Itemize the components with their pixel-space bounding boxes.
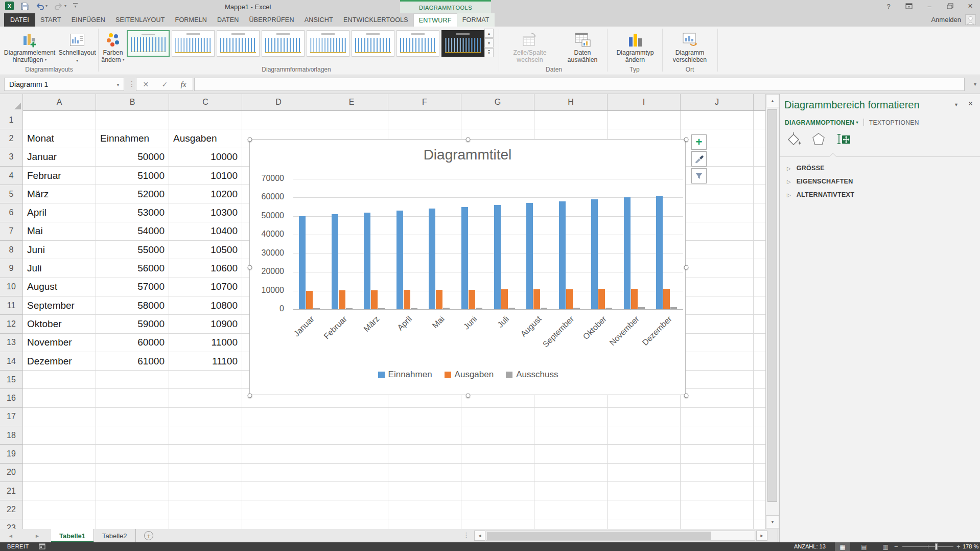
bar-ausgaben-juli[interactable] <box>501 289 508 309</box>
bar-ausschuss-februar[interactable] <box>346 308 353 309</box>
cell-a10[interactable]: August <box>23 278 96 296</box>
cell-g23[interactable] <box>461 519 534 529</box>
pane-options-caret-icon[interactable]: ▼ <box>954 102 959 107</box>
select-all-corner[interactable] <box>0 94 23 111</box>
cell-a4[interactable]: Februar <box>23 167 96 185</box>
cell-d23[interactable] <box>242 519 315 529</box>
zoom-slider[interactable] <box>902 546 953 547</box>
cell-h19[interactable] <box>534 445 608 463</box>
cell-i20[interactable] <box>608 464 681 482</box>
gallery-more-icon[interactable]: ▾ <box>484 48 494 57</box>
cell-j12[interactable] <box>681 315 754 333</box>
cell-a19[interactable] <box>23 445 96 463</box>
cell-b19[interactable] <box>96 445 169 463</box>
effects-icon[interactable] <box>811 132 826 148</box>
cell-i22[interactable] <box>608 500 681 519</box>
cell-g18[interactable] <box>461 426 534 445</box>
bar-ausschuss-september[interactable] <box>573 308 580 309</box>
cell-j21[interactable] <box>681 482 754 500</box>
panel-section-eigenschaften[interactable]: ▷EIGENSCHAFTEN <box>787 175 975 188</box>
sheet-tab-tabelle2[interactable]: Tabelle2 <box>94 529 135 542</box>
cell-j15[interactable] <box>681 371 754 389</box>
cell-e22[interactable] <box>315 500 388 519</box>
chart-style-thumb-5[interactable] <box>307 30 349 57</box>
row-header-11[interactable]: 11 <box>0 296 23 315</box>
column-header-e[interactable]: E <box>315 94 388 110</box>
column-header-b[interactable]: B <box>96 94 169 110</box>
cell-j22[interactable] <box>681 500 754 519</box>
selection-handle[interactable] <box>684 394 689 398</box>
cell-b1[interactable] <box>96 111 169 129</box>
tab-einfügen[interactable]: EINFÜGEN <box>66 13 110 27</box>
view-normal-button[interactable]: ▦ <box>835 542 850 551</box>
tab-entwurf[interactable]: ENTWURF <box>413 13 457 27</box>
cell-i19[interactable] <box>608 445 681 463</box>
cell-f21[interactable] <box>388 482 461 500</box>
row-header-16[interactable]: 16 <box>0 389 23 407</box>
cell-d1[interactable] <box>242 111 315 129</box>
legend-item-einnahmen[interactable]: Einnahmen <box>378 370 432 380</box>
selection-handle[interactable] <box>466 137 471 142</box>
panel-section-grösse[interactable]: ▷GRÖSSE <box>787 162 975 175</box>
switch-row-column-button[interactable]: Zeile/Spalte wechseln <box>502 29 558 72</box>
change-colors-button[interactable]: Farben ändern▾ <box>100 29 126 72</box>
cell-a13[interactable]: November <box>23 334 96 352</box>
row-header-23[interactable]: 23 <box>0 519 23 529</box>
cell-j1[interactable] <box>681 111 754 129</box>
cell-j23[interactable] <box>681 519 754 529</box>
cell-a20[interactable] <box>23 464 96 482</box>
bar-einnahmen-februar[interactable] <box>332 214 338 309</box>
cell-a23[interactable] <box>23 519 96 529</box>
cell-j8[interactable] <box>681 241 754 259</box>
row-header-10[interactable]: 10 <box>0 278 23 296</box>
column-header-g[interactable]: G <box>461 94 534 110</box>
selection-handle[interactable] <box>248 137 252 142</box>
cell-b2[interactable]: Einnahmen <box>96 129 169 148</box>
bar-ausschuss-november[interactable] <box>638 307 645 309</box>
cell-c7[interactable]: 10400 <box>169 222 242 241</box>
sign-in[interactable]: Anmelden <box>931 14 976 25</box>
bar-ausgaben-september[interactable] <box>566 289 573 309</box>
chart-object[interactable]: 010000200003000040000500006000070000Janu… <box>249 139 686 395</box>
row-header-14[interactable]: 14 <box>0 352 23 371</box>
row-header-12[interactable]: 12 <box>0 315 23 333</box>
selection-handle[interactable] <box>684 137 689 142</box>
cell-j19[interactable] <box>681 445 754 463</box>
cell-c17[interactable] <box>169 408 242 426</box>
bar-ausschuss-august[interactable] <box>541 308 547 309</box>
chart-title[interactable]: Diagrammtitel <box>250 147 685 163</box>
row-header-3[interactable]: 3 <box>0 148 23 167</box>
row-header-21[interactable]: 21 <box>0 482 23 500</box>
customize-qat-icon[interactable]: ▾ <box>73 3 78 9</box>
help-button[interactable]: ? <box>882 2 895 11</box>
cell-c3[interactable]: 10000 <box>169 148 242 167</box>
cell-j18[interactable] <box>681 426 754 445</box>
cell-a8[interactable]: Juni <box>23 241 96 259</box>
row-header-9[interactable]: 9 <box>0 259 23 278</box>
cell-h17[interactable] <box>534 408 608 426</box>
add-chart-element-button[interactable]: Diagrammelement hinzufügen▾ <box>3 29 56 72</box>
cell-b4[interactable]: 51000 <box>96 167 169 185</box>
bar-ausgaben-dezember[interactable] <box>663 289 670 309</box>
cell-c6[interactable]: 10300 <box>169 203 242 222</box>
chart-style-thumb-1[interactable] <box>127 30 170 57</box>
cell-d19[interactable] <box>242 445 315 463</box>
selection-handle[interactable] <box>248 394 252 398</box>
select-data-button[interactable]: Daten auswählen <box>560 29 605 72</box>
cancel-icon[interactable]: ✕ <box>143 80 149 88</box>
cell-h21[interactable] <box>534 482 608 500</box>
enter-icon[interactable]: ✓ <box>162 80 168 88</box>
bar-ausschuss-januar[interactable] <box>313 308 320 309</box>
cell-h23[interactable] <box>534 519 608 529</box>
cell-c23[interactable] <box>169 519 242 529</box>
new-sheet-button[interactable]: + <box>144 531 153 540</box>
gallery-scroll-up-icon[interactable]: ▲ <box>484 29 494 38</box>
horizontal-scrollbar[interactable] <box>486 531 755 541</box>
cell-i1[interactable] <box>608 111 681 129</box>
cell-b15[interactable] <box>96 371 169 389</box>
cell-a1[interactable] <box>23 111 96 129</box>
sheet-tab-tabelle1[interactable]: Tabelle1 <box>51 529 94 542</box>
bar-ausgaben-mai[interactable] <box>436 290 442 309</box>
cell-j20[interactable] <box>681 464 754 482</box>
cell-b3[interactable]: 50000 <box>96 148 169 167</box>
